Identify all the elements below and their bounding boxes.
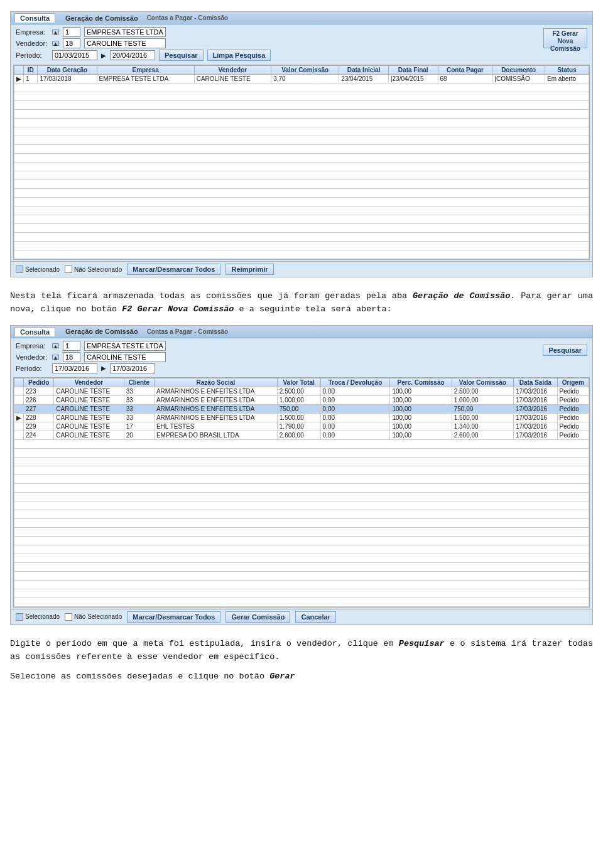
cell-vendedor: CAROLINE TESTE (54, 431, 124, 439)
cell-valor-com: 1.000,00 (452, 395, 513, 404)
cell-data-saida: 17/03/2016 (513, 404, 557, 413)
cell-id: 1 (24, 75, 38, 83)
row-arrow (14, 431, 24, 439)
p2-nao-selecionado-box[interactable] (65, 613, 72, 621)
cell-data-ini: 23/04/2015 (339, 75, 389, 83)
cell-vendedor: CAROLINE TESTE (54, 387, 124, 395)
cell-valor-total: 750,00 (277, 404, 320, 413)
cell-conta: 68 (438, 75, 492, 83)
cell-valor-total: 1.500,00 (277, 413, 320, 422)
col-conta-pagar: Conta Pagar (438, 66, 492, 75)
table-row[interactable]: ▶ 228 CAROLINE TESTE 33 ARMARINHOS E ENF… (14, 413, 589, 422)
p2-marcar-button[interactable]: Marcar/Desmarcar Todos (127, 611, 220, 623)
col-vendedor: Vendedor (194, 66, 271, 75)
cell-perc: 100,00 (390, 395, 452, 404)
col-arrow (14, 66, 24, 75)
p2-empresa-input[interactable] (63, 341, 80, 351)
p2-selecionado-box[interactable] (16, 613, 23, 621)
panel2-title-bar: Consulta Geração de Comissão Contas a Pa… (11, 326, 592, 338)
p2-vendedor-spin-up[interactable]: ▲ (52, 355, 59, 360)
p2-empresa-spin-up[interactable]: ▲ (52, 343, 59, 348)
table-row[interactable]: 224 CAROLINE TESTE 20 EMPRESA DO BRASIL … (14, 431, 589, 439)
cell-razao: EHL TESTES (154, 422, 277, 431)
cell-vendedor: CAROLINE TESTE (54, 413, 124, 422)
p2-periodo-to-input[interactable] (110, 363, 155, 373)
p2-periodo-from-input[interactable] (52, 363, 97, 373)
cell-cliente: 33 (124, 404, 154, 413)
p2-gerar-button[interactable]: Gerar Comissão (225, 611, 290, 623)
p2-nao-selecionado-label: Não Selecionado (74, 613, 122, 620)
cell-razao: ARMARINHOS E ENFEITES LTDA (154, 413, 277, 422)
pesquisar-button[interactable]: Pesquisar (159, 50, 204, 61)
vendedor-input[interactable] (63, 38, 80, 48)
vendedor-row: Vendedor: ▲ (16, 38, 271, 48)
cell-data-saida: 17/03/2016 (513, 431, 557, 439)
cell-razao: ARMARINHOS E ENFEITES LTDA (154, 395, 277, 404)
cell-cliente: 33 (124, 387, 154, 395)
p2-col-cliente: Cliente (124, 378, 154, 387)
cell-pedido: 228 (24, 413, 54, 422)
vendedor-spin-up[interactable]: ▲ (52, 41, 59, 46)
text-p2-prefix: Digite o período em que a meta foi estip… (10, 639, 593, 662)
col-data-geracao: Data Geração (38, 66, 97, 75)
cell-troca: 0,00 (320, 395, 390, 404)
cell-valor-total: 1.000,00 (277, 395, 320, 404)
p2-empresa-name-input[interactable] (84, 341, 166, 351)
p2-col-pedido: Pedido (24, 378, 54, 387)
panel2-tab-inactive[interactable]: Geração de Comissão (60, 327, 143, 336)
panel2-table: Pedido Vendedor Cliente Razão Social Val… (14, 378, 589, 607)
table-row[interactable]: 223 CAROLINE TESTE 33 ARMARINHOS E ENFEI… (14, 387, 589, 395)
row-arrow (14, 404, 24, 413)
cell-perc: 100,00 (390, 387, 452, 395)
empresa-spin-up[interactable]: ▲ (52, 29, 59, 35)
f2-gerar-button[interactable]: F2 Gerar Nova Comissão (543, 28, 587, 48)
marcar-button[interactable]: Marcar/Desmarcar Todos (127, 264, 220, 275)
periodo-from-input[interactable] (52, 50, 97, 60)
periodo-row: Período: ▶ Pesquisar Limpa Pesquisa (16, 50, 271, 61)
table-row[interactable]: 227 CAROLINE TESTE 33 ARMARINHOS E ENFEI… (14, 404, 589, 413)
cell-valor-total: 2.600,00 (277, 431, 320, 439)
table-row[interactable]: 226 CAROLINE TESTE 33 ARMARINHOS E ENFEI… (14, 395, 589, 404)
nao-selecionado-box[interactable] (65, 265, 72, 273)
p2-col-valor-total: Valor Total (277, 378, 320, 387)
empresa-name-input[interactable] (84, 27, 166, 37)
table-row[interactable]: 229 CAROLINE TESTE 17 EHL TESTES 1.790,0… (14, 422, 589, 431)
col-documento: Documento (492, 66, 545, 75)
panel2-tab-active[interactable]: Consulta (14, 327, 55, 336)
cell-pedido: 227 (24, 404, 54, 413)
p2-selecionado-checkbox[interactable]: Selecionado (16, 613, 60, 621)
row-arrow (14, 422, 24, 431)
p2-pesquisar-button[interactable]: Pesquisar (543, 345, 587, 356)
p2-nao-selecionado-checkbox[interactable]: Não Selecionado (65, 613, 122, 621)
reimprimir-button[interactable]: Reimprimir (225, 264, 273, 275)
periodo-arrow: ▶ (101, 52, 106, 59)
row-arrow: ▶ (14, 75, 24, 83)
cell-cliente: 33 (124, 413, 154, 422)
selecionado-box[interactable] (16, 265, 23, 273)
panel1-tab-active[interactable]: Consulta (14, 13, 55, 23)
cell-pedido: 229 (24, 422, 54, 431)
cell-troca: 0,00 (320, 422, 390, 431)
vendedor-name-input[interactable] (84, 38, 166, 48)
table-row[interactable]: ▶ 1 17/03/2018 EMPRESA TESTE LTDA CAROLI… (14, 75, 589, 83)
selecionado-label: Selecionado (25, 266, 60, 273)
empresa-input[interactable] (63, 27, 80, 37)
panel1-tab-inactive[interactable]: Geração de Comissão (60, 14, 143, 23)
panel2-title: Contas a Pagar - Comissão (147, 328, 228, 335)
limpa-button[interactable]: Limpa Pesquisa (207, 50, 271, 61)
p2-cancelar-button[interactable]: Cancelar (295, 611, 335, 623)
cell-valor-total: 2.500,00 (277, 387, 320, 395)
p2-vendedor-input[interactable] (63, 352, 80, 362)
selecionado-checkbox[interactable]: Selecionado (16, 265, 60, 273)
cell-perc: 100,00 (390, 413, 452, 422)
nao-selecionado-checkbox[interactable]: Não Selecionado (65, 265, 122, 273)
cell-origem: Pedido (557, 413, 589, 422)
p2-vendedor-name-input[interactable] (84, 352, 166, 362)
periodo-to-input[interactable] (110, 50, 155, 60)
panel1-title-bar: Consulta Geração de Comissão Contas a Pa… (11, 12, 592, 24)
cell-origem: Pedido (557, 404, 589, 413)
p2-empresa-label: Empresa: (16, 342, 48, 350)
row-arrow (14, 395, 24, 404)
p2-vendedor-label: Vendedor: (16, 353, 48, 361)
panel2-form: Empresa: ▲ Vendedor: ▲ Período: ▶ (11, 338, 592, 376)
